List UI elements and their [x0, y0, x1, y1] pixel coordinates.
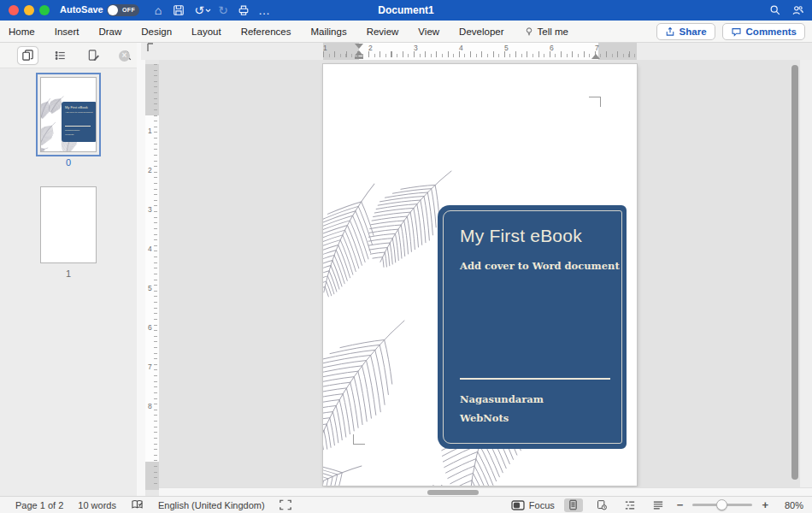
focus-label: Focus	[529, 500, 555, 510]
word-count[interactable]: 10 words	[78, 500, 116, 510]
outline-view-button[interactable]	[621, 498, 639, 512]
thumbnail-cover-divider	[65, 126, 91, 127]
thumbnail-cover-author: Nagasundaram	[65, 129, 79, 132]
reviewing-pane-tab[interactable]	[83, 46, 103, 65]
share-button[interactable]: Share	[656, 23, 715, 40]
tab-design[interactable]: Design	[141, 27, 172, 37]
v-ruler-ticks	[154, 64, 157, 486]
search-icon[interactable]	[768, 3, 783, 18]
horizontal-scrollbar[interactable]	[159, 487, 812, 496]
scrollbar-gutter	[800, 60, 812, 487]
vertical-scrollbar-thumb[interactable]	[791, 65, 798, 480]
zoom-slider-thumb[interactable]	[716, 499, 727, 510]
ribbon-tab-bar: Home Insert Draw Design Layout Reference…	[0, 21, 812, 43]
presence-people-icon[interactable]	[790, 3, 805, 18]
focus-button[interactable]: Focus	[511, 500, 555, 510]
navigation-pane: × My First eBook Add cover to Word docum…	[0, 43, 137, 496]
text-boundary-mark-top-right	[589, 97, 601, 97]
thumbnail-cover-title: My First eBook	[65, 105, 88, 109]
document-page[interactable]: My First eBook Add cover to Word documen…	[323, 64, 637, 486]
lightbulb-icon	[524, 26, 534, 38]
thumbnails-pane-tab[interactable]	[17, 46, 38, 65]
horizontal-scrollbar-thumb[interactable]	[427, 490, 479, 495]
thumbnail-cover-company: WebNots	[65, 133, 74, 136]
right-indent-marker[interactable]	[591, 52, 600, 59]
cover-author[interactable]: Nagasundaram	[460, 393, 544, 405]
cover-subtitle[interactable]: Add cover to Word document	[460, 260, 620, 272]
tab-view[interactable]: View	[418, 27, 439, 37]
text-boundary-mark-bottom-left	[353, 444, 365, 445]
tab-layout[interactable]: Layout	[191, 27, 221, 37]
text-boundary-mark-top-right-v	[600, 97, 601, 107]
cover-title[interactable]: My First eBook	[460, 226, 582, 246]
tab-mailings[interactable]: Mailings	[310, 27, 346, 37]
print-layout-view-button[interactable]	[564, 498, 583, 512]
thumbnail-cover-subtitle: Add cover to Word document	[65, 111, 92, 114]
zoom-in-button[interactable]: +	[762, 498, 768, 511]
outline-pane-tab[interactable]	[50, 46, 71, 65]
document-canvas: My First eBook Add cover to Word documen…	[159, 60, 812, 487]
horizontal-ruler: 1234567	[159, 43, 812, 60]
spellcheck-icon[interactable]	[131, 499, 144, 510]
ribbon-tabs: Home Insert Draw Design Layout Reference…	[0, 27, 504, 37]
word-window: AutoSave OFF ⌂ ↺ ↻ … Document1	[0, 0, 812, 513]
status-bar: Page 1 of 2 10 words English (United Kin…	[0, 496, 812, 513]
text-boundary-mark-bottom-left-v	[353, 434, 354, 445]
tab-insert[interactable]: Insert	[55, 27, 79, 37]
comment-bubble-icon	[731, 27, 742, 37]
zoom-out-button[interactable]: −	[677, 498, 684, 511]
page-thumbnail-0-label: 0	[40, 157, 97, 168]
page-thumbnail-1[interactable]	[40, 186, 97, 263]
tab-developer[interactable]: Developer	[459, 27, 503, 37]
page-thumbnail-0[interactable]: My First eBook Add cover to Word documen…	[40, 77, 97, 152]
h-ruler-ticks-major	[323, 51, 637, 57]
first-line-indent-marker[interactable]	[355, 44, 363, 49]
cover-panel[interactable]: My First eBook Add cover to Word documen…	[438, 205, 627, 449]
cover-divider-line	[460, 378, 610, 380]
thumbnail-cover-panel: My First eBook Add cover to Word documen…	[62, 102, 96, 142]
document-title: Document1	[0, 4, 812, 16]
pane-tab-strip: ×	[0, 43, 137, 68]
tab-stop-selector[interactable]	[141, 43, 159, 60]
titlebar: AutoSave OFF ⌂ ↺ ↻ … Document1	[0, 0, 812, 21]
tell-me-button[interactable]: Tell me	[524, 26, 568, 38]
tab-references[interactable]: References	[241, 27, 291, 37]
draft-view-button[interactable]	[649, 498, 668, 512]
hanging-indent-marker[interactable]	[355, 50, 363, 56]
focus-icon	[511, 500, 525, 510]
web-layout-view-button[interactable]	[592, 498, 611, 512]
comments-label: Comments	[746, 27, 797, 37]
zoom-slider[interactable]	[692, 504, 752, 506]
language-indicator[interactable]: English (United Kingdom)	[158, 500, 265, 510]
tab-home[interactable]: Home	[9, 27, 35, 37]
share-label: Share	[680, 27, 707, 37]
sidebar-scroll-gutter	[137, 43, 145, 496]
left-indent-marker[interactable]	[355, 56, 363, 59]
tab-review[interactable]: Review	[367, 27, 399, 37]
tab-draw[interactable]: Draw	[98, 27, 121, 37]
page-thumbnail-1-label: 1	[40, 268, 97, 279]
close-pane-icon[interactable]: ×	[119, 50, 130, 62]
page-indicator[interactable]: Page 1 of 2	[15, 500, 63, 510]
cover-company[interactable]: WebNots	[460, 412, 509, 424]
selection-frame-icon[interactable]	[279, 499, 291, 510]
zoom-percentage[interactable]: 80%	[778, 500, 803, 510]
indent-markers-left[interactable]	[355, 44, 363, 59]
share-icon	[665, 27, 675, 37]
tell-me-label: Tell me	[538, 27, 568, 37]
vertical-ruler: 12345678	[145, 60, 159, 496]
comments-button[interactable]: Comments	[722, 23, 805, 40]
